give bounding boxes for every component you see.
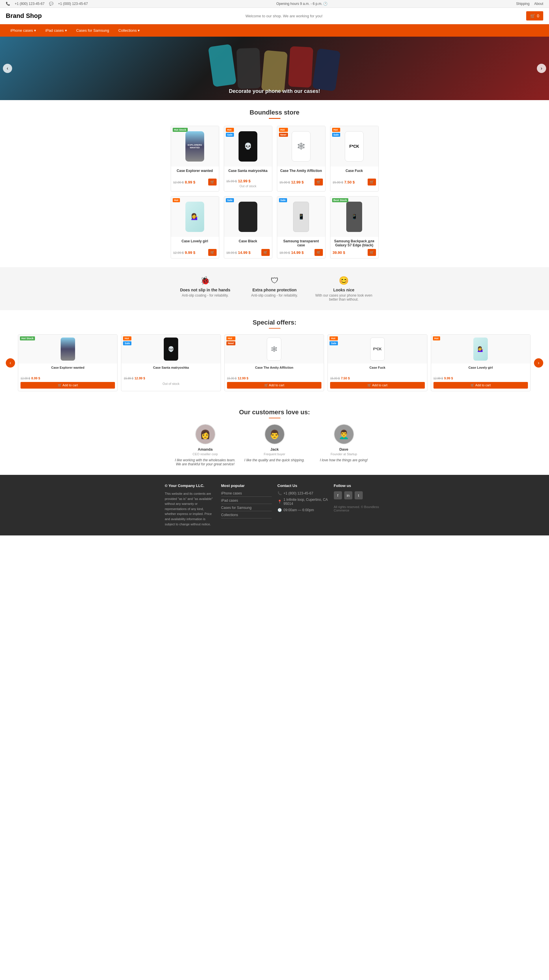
- carousel-prev-button[interactable]: ‹: [6, 358, 15, 368]
- footer-contact-title: Contact Us: [278, 484, 328, 488]
- testimonial-name: Jack: [243, 447, 306, 452]
- testimonial-name: Dave: [312, 447, 376, 452]
- footer: © Your Company LLC. This website and its…: [0, 475, 549, 535]
- product-card: Sale 📱 Samsung transparent case 18.99 $ …: [277, 196, 326, 258]
- badge-sale: Sale: [123, 341, 131, 345]
- product-image: Hot Sale 💀: [224, 126, 272, 167]
- badge-hot: Hot: [123, 336, 131, 340]
- chevron-down-icon: ▾: [65, 28, 67, 33]
- badge-hot: Hot: [227, 336, 236, 340]
- feature-title: Extra phone protection: [243, 288, 306, 292]
- hero-text: Decorate your phone with our cases!: [229, 88, 320, 94]
- facebook-button[interactable]: f: [334, 491, 342, 500]
- product-name: Samsung transparent case: [279, 239, 323, 247]
- footer-popular-title: Most popular: [221, 484, 272, 488]
- add-to-cart-button[interactable]: 🛒 Add to cart: [330, 382, 425, 388]
- badge-sale: Sale: [226, 198, 234, 202]
- phone1: +1 (800) 123-45-67: [15, 2, 45, 6]
- product-price-row: 15.99 $ 12.99 $: [227, 178, 270, 183]
- price-new: 9.99 $: [444, 377, 453, 380]
- footer-contact-col: Contact Us 📞 +1 (800) 123-45-67 📍 1 Infi…: [278, 484, 328, 527]
- looks-nice-icon: 😊: [312, 276, 376, 285]
- product-info: Case Lovely girl 12.99 $ 9.99 $ 🛒: [171, 237, 219, 258]
- product-name: Case The Amity Affliction: [279, 169, 323, 177]
- product-name: Samsung Backpack для Galaxy S7 Edge (bla…: [333, 239, 376, 247]
- hero-next-button[interactable]: ›: [537, 64, 546, 73]
- add-to-cart-button[interactable]: 🛒: [314, 178, 323, 186]
- instagram-button[interactable]: in: [344, 491, 352, 500]
- product-card: Hot New! 🕸️ Case The Amity Affliction 15…: [277, 126, 326, 192]
- feature-title: Looks nice: [312, 288, 376, 292]
- top-bar-left: 📞 +1 (800) 123-45-67 💬 +1 (000) 123-45-6…: [6, 2, 88, 6]
- logo[interactable]: Brand Shop: [6, 12, 42, 20]
- price-new: 12.99 $: [238, 377, 248, 380]
- price-old: 12.00 $: [21, 377, 30, 380]
- price-new: 8.99 $: [185, 180, 195, 185]
- cart-button[interactable]: 🛒 0: [526, 11, 543, 21]
- shipping-link[interactable]: Shipping: [516, 2, 530, 6]
- hero-banner: ‹ Decorate your phone with our cases! ›: [0, 37, 549, 100]
- features-section: 🐞 Does not slip in the hands Anti-slip c…: [0, 267, 549, 310]
- cart-count: 0: [537, 14, 539, 18]
- product-name: Case Lovely girl: [434, 366, 528, 374]
- footer-link-collections[interactable]: Collections: [221, 513, 272, 519]
- carousel-next-button[interactable]: ›: [534, 358, 543, 368]
- add-to-cart-button[interactable]: 🛒: [261, 249, 270, 256]
- case-illustration: 📱: [346, 202, 362, 232]
- price-new: 12.99 $: [238, 179, 251, 183]
- product-image: Best Stock 📱: [330, 196, 378, 237]
- hero-case-red: [288, 46, 313, 88]
- add-to-cart-button[interactable]: 🛒: [368, 178, 376, 186]
- carousel-card: Hot New! 🕸️ Case The Amity Affliction 15…: [224, 334, 324, 391]
- testimonial-item: 👨‍🦱 Dave Founder at Startup I love how t…: [312, 424, 376, 466]
- testimonials-section: Our customers love us: 👩 Amanda CEO rese…: [0, 400, 549, 475]
- footer-link-ipad[interactable]: iPad cases: [221, 498, 272, 504]
- nav-samsung-cases[interactable]: Cases for Samsung: [72, 24, 114, 37]
- price-old: 15.00 $: [333, 181, 343, 184]
- add-to-cart-button[interactable]: 🛒: [368, 249, 376, 256]
- case-illustration: 💀: [164, 337, 178, 361]
- product-badges: Hot: [433, 336, 440, 340]
- price-new: 7.50 $: [341, 377, 350, 380]
- footer-link-samsung[interactable]: Cases for Samsung: [221, 506, 272, 511]
- nav-collections[interactable]: Collections ▾: [114, 24, 145, 37]
- add-to-cart-button[interactable]: 🛒 Add to cart: [227, 382, 321, 388]
- footer-disclaimer: This website and its contents are provid…: [165, 491, 215, 527]
- footer-link-iphone[interactable]: iPhone cases: [221, 491, 272, 497]
- product-info: Case The Amity Affliction 15.00 $ 12.99 …: [277, 167, 325, 188]
- add-to-cart-button[interactable]: 🛒: [314, 249, 323, 256]
- phone2: +1 (000) 123-45-67: [58, 2, 88, 6]
- product-card: Hot Sale 💀 Case Santa matryoshka 15.99 $…: [224, 126, 272, 192]
- footer-follow-title: Follow us: [334, 484, 385, 488]
- product-card: Hot 💁‍♀️ Case Lovely girl 12.99 $ 9.99 $…: [171, 196, 219, 258]
- product-image: Sale: [224, 196, 272, 237]
- product-name: Case The Amity Affliction: [227, 366, 321, 374]
- product-info: Case The Amity Affliction 15.00 $ 12.99 …: [225, 363, 324, 391]
- product-image: Hot Sale 💀: [121, 335, 220, 363]
- add-to-cart-button[interactable]: 🛒 Add to cart: [21, 382, 115, 388]
- about-link[interactable]: About: [534, 2, 543, 6]
- price-new: 8.99 $: [31, 377, 40, 380]
- add-to-cart-button[interactable]: 🛒: [208, 178, 217, 186]
- testimonials-grid: 👩 Amanda CEO reseller corp I like workin…: [174, 424, 376, 466]
- hero-prev-button[interactable]: ‹: [3, 64, 12, 73]
- add-to-cart-button[interactable]: 🛒 Add to cart: [434, 382, 528, 388]
- price-old: 15.00 $: [227, 377, 236, 380]
- case-illustration: 🕸️: [267, 337, 281, 361]
- twitter-button[interactable]: t: [354, 491, 363, 500]
- nav-iphone-cases[interactable]: iPhone cases ▾: [6, 24, 41, 37]
- product-card: Sale Case Black 18.99 $ 14.99 $ 🛒: [224, 196, 272, 258]
- product-badges: Hot New!: [227, 336, 236, 345]
- product-image: Hot 💁‍♀️: [171, 196, 219, 237]
- case-illustration: 💀: [239, 131, 257, 162]
- add-to-cart-button[interactable]: 🛒: [208, 249, 217, 256]
- badge-hot: Hot: [173, 198, 180, 202]
- testimonial-text: I love how the things are going!: [312, 458, 376, 462]
- title-separator: [269, 328, 281, 329]
- special-offers-title: Special offers:: [6, 319, 543, 326]
- badge-sale: Sale: [330, 341, 338, 345]
- product-name: Case Explorer wanted: [21, 366, 115, 374]
- nav-ipad-cases[interactable]: iPad cases ▾: [41, 24, 72, 37]
- footer-hours: 🕐 09:00am — 6:00pm: [278, 508, 328, 512]
- product-info: Case Santa matryoshka 15.99 $ 12.99 $ Ou…: [121, 363, 220, 388]
